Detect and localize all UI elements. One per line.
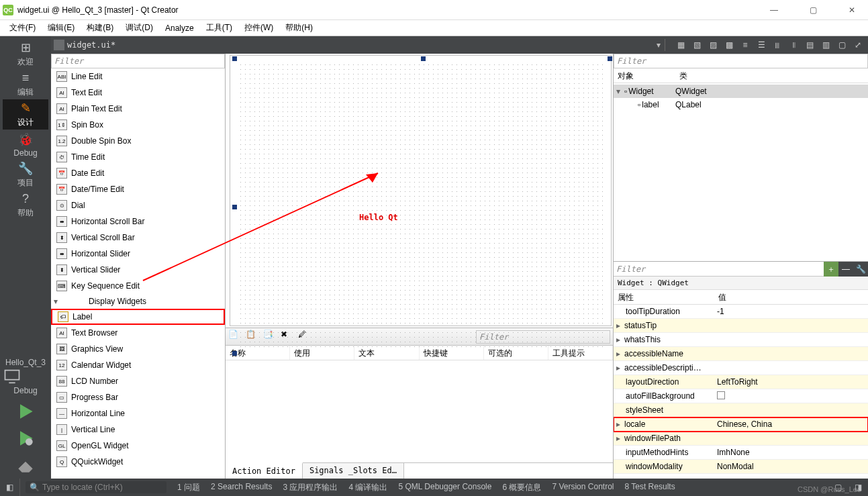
property-row[interactable]: styleSheet bbox=[614, 403, 868, 417]
layout-h-icon[interactable]: ≡ bbox=[738, 38, 753, 52]
output-tab[interactable]: 4 编译输出 bbox=[343, 482, 393, 493]
col-property[interactable]: 属性 bbox=[614, 290, 714, 304]
widget-item[interactable]: QQQuickWidget bbox=[51, 454, 225, 470]
widget-list[interactable]: ABILine EditAIText EditAIPlain Text Edit… bbox=[51, 68, 225, 479]
form-canvas[interactable]: Hello Qt bbox=[230, 55, 612, 326]
widget-item[interactable]: |Vertical Line bbox=[51, 421, 225, 438]
minimize-button[interactable]: — bbox=[761, 2, 787, 18]
col-object[interactable]: 对象 bbox=[614, 68, 675, 83]
widget-item[interactable]: 1.2Double Spin Box bbox=[51, 133, 225, 149]
edit-widgets-icon[interactable]: ▦ bbox=[673, 38, 688, 52]
layout-v-icon[interactable]: ☰ bbox=[754, 38, 769, 52]
output-tab[interactable]: 6 概要信息 bbox=[497, 482, 546, 493]
property-row[interactable]: ▸statusTip bbox=[614, 319, 868, 333]
menu-file[interactable]: 文件(F) bbox=[4, 21, 41, 35]
property-list[interactable]: toolTipDuration-1▸statusTip▸whatsThis▸ac… bbox=[614, 305, 868, 479]
menu-tools[interactable]: 工具(T) bbox=[201, 21, 238, 35]
property-row[interactable]: ▸localeChinese, China bbox=[614, 417, 868, 432]
add-property-icon[interactable]: ＋ bbox=[824, 262, 838, 277]
checkbox[interactable] bbox=[717, 391, 725, 399]
property-value[interactable]: NonModal bbox=[714, 462, 868, 471]
property-value[interactable] bbox=[714, 391, 868, 401]
property-row[interactable]: inputMethodHintsImhNone bbox=[614, 446, 868, 460]
resize-handle[interactable] bbox=[232, 56, 237, 61]
resize-handle[interactable] bbox=[421, 56, 426, 61]
output-tab[interactable]: 8 Test Results bbox=[619, 482, 680, 493]
chevron-right-icon[interactable]: ▸ bbox=[616, 349, 623, 358]
locator-input[interactable]: 🔍Type to locate (Ctrl+K) bbox=[26, 481, 166, 493]
mode-edit[interactable]: ≡编辑 bbox=[3, 69, 48, 99]
widget-item[interactable]: —Horizontal Line bbox=[51, 405, 225, 421]
widget-item[interactable]: ⏱Time Edit bbox=[51, 149, 225, 165]
resize-handle[interactable] bbox=[232, 205, 237, 209]
kit-selector[interactable]: Hello_Qt_3 Debug bbox=[3, 355, 48, 398]
configure-property-icon[interactable]: 🔧 bbox=[853, 262, 868, 277]
property-row[interactable]: toolTipDuration-1 bbox=[614, 305, 868, 319]
property-row[interactable]: autoFillBackground bbox=[614, 389, 868, 403]
widget-item[interactable]: 12Calendar Widget bbox=[51, 357, 225, 373]
resize-handle[interactable] bbox=[232, 351, 237, 356]
maximize-button[interactable]: ▢ bbox=[800, 2, 826, 18]
object-filter[interactable]: Filter bbox=[614, 54, 868, 68]
mode-debug[interactable]: 🐞Debug bbox=[3, 130, 48, 160]
object-row[interactable]: ▫labelQLabel bbox=[614, 98, 868, 111]
widget-item[interactable]: ⬍Vertical Slider bbox=[51, 262, 225, 278]
layout-form-icon[interactable]: ▥ bbox=[818, 38, 833, 52]
widget-item[interactable]: ⌨Key Sequence Edit bbox=[51, 278, 225, 294]
form-widget[interactable]: Hello Qt bbox=[234, 58, 610, 354]
widget-item[interactable]: 📅Date Edit bbox=[51, 165, 225, 181]
layout-grid-icon[interactable]: ▤ bbox=[802, 38, 817, 52]
mode-help[interactable]: ?帮助 bbox=[3, 190, 48, 220]
edit-signals-icon[interactable]: ▧ bbox=[689, 38, 704, 52]
document-dropdown-icon[interactable]: ▾ bbox=[657, 40, 661, 50]
property-value[interactable]: -1 bbox=[714, 307, 868, 316]
property-row[interactable]: ▸accessibleName bbox=[614, 347, 868, 361]
property-value[interactable]: LeftToRight bbox=[714, 377, 868, 387]
document-name[interactable]: widget.ui* bbox=[67, 40, 115, 50]
menu-help[interactable]: 帮助(H) bbox=[280, 21, 318, 35]
menu-debug[interactable]: 调试(D) bbox=[120, 21, 158, 35]
menu-edit[interactable]: 编辑(E) bbox=[42, 21, 80, 35]
hello-qt-label[interactable]: Hello Qt bbox=[359, 213, 398, 222]
widget-item[interactable]: 88LCD Number bbox=[51, 373, 225, 389]
widget-item[interactable]: AIText Edit bbox=[51, 85, 225, 101]
widget-item[interactable]: ⊙Dial bbox=[51, 197, 225, 213]
col-value[interactable]: 值 bbox=[714, 290, 730, 304]
output-tab[interactable]: 5 QML Debugger Console bbox=[393, 482, 497, 493]
tab-signals-slots[interactable]: Signals _Slots Ed… bbox=[303, 463, 404, 479]
widget-item[interactable]: AIPlain Text Edit bbox=[51, 101, 225, 117]
property-row[interactable]: ▸windowFilePath bbox=[614, 432, 868, 446]
build-button[interactable] bbox=[15, 454, 36, 476]
property-row[interactable]: ▸whatsThis bbox=[614, 333, 868, 347]
break-layout-icon[interactable]: ▢ bbox=[834, 38, 849, 52]
property-value[interactable]: Chinese, China bbox=[714, 419, 868, 429]
menu-analyze[interactable]: Analyze bbox=[160, 22, 199, 34]
widget-item[interactable]: 🖼Graphics View bbox=[51, 341, 225, 357]
object-tree[interactable]: ▾▫WidgetQWidget▫labelQLabel bbox=[614, 83, 868, 261]
widget-category[interactable]: ▾Display Widgets bbox=[51, 294, 225, 309]
resize-handle[interactable] bbox=[608, 56, 612, 61]
widget-item[interactable]: GLOpenGL Widget bbox=[51, 438, 225, 454]
widgetbox-filter[interactable]: Filter bbox=[51, 54, 225, 68]
output-tab[interactable]: 2 Search Results bbox=[205, 482, 277, 493]
mode-projects[interactable]: 🔧项目 bbox=[3, 160, 48, 190]
chevron-right-icon[interactable]: ▸ bbox=[616, 434, 623, 443]
run-button[interactable] bbox=[15, 401, 36, 422]
widget-item[interactable]: 📅Date/Time Edit bbox=[51, 181, 225, 197]
output-tab[interactable]: 1 问题 bbox=[172, 482, 205, 493]
property-filter[interactable]: Filter bbox=[614, 262, 824, 276]
tab-action-editor[interactable]: Action Editor bbox=[226, 462, 303, 479]
chevron-right-icon[interactable]: ▸ bbox=[616, 321, 623, 330]
action-table[interactable]: 名称 使用 文本 快捷键 可选的 工具提示 bbox=[226, 346, 613, 462]
widget-item[interactable]: AIText Browser bbox=[51, 325, 225, 341]
widget-item[interactable]: ▭Progress Bar bbox=[51, 389, 225, 405]
widget-item[interactable]: ⬌Horizontal Scroll Bar bbox=[51, 213, 225, 230]
property-row[interactable]: windowModalityNonModal bbox=[614, 460, 868, 474]
adjust-size-icon[interactable]: ⤢ bbox=[851, 38, 865, 52]
mode-welcome[interactable]: ⊞欢迎 bbox=[3, 39, 48, 69]
edit-buddies-icon[interactable]: ▨ bbox=[706, 38, 720, 52]
property-row[interactable]: ▸accessibleDescripti… bbox=[614, 361, 868, 375]
toggle-sidebar-icon[interactable]: ◧ bbox=[0, 479, 20, 496]
layout-hsplit-icon[interactable]: ⫼ bbox=[770, 38, 785, 52]
chevron-right-icon[interactable]: ▸ bbox=[616, 363, 623, 373]
